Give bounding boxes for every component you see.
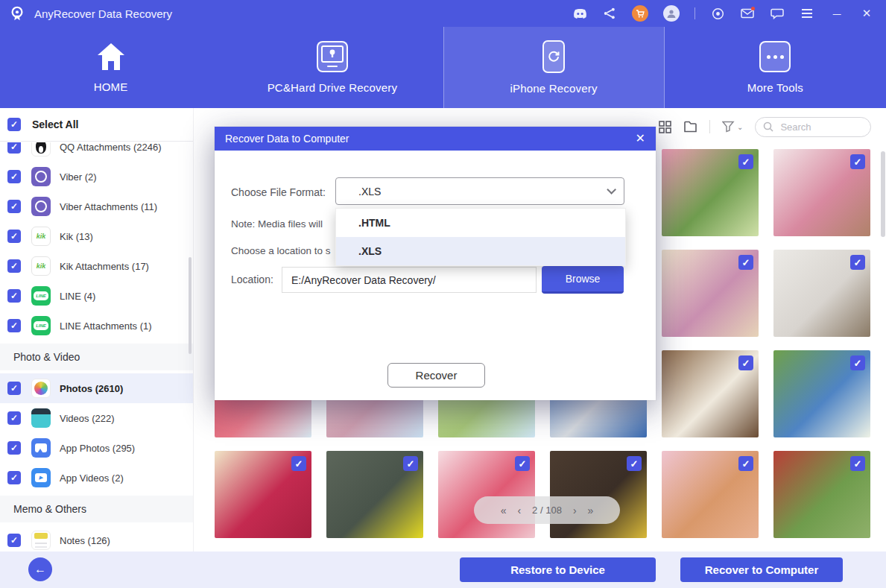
dropdown-option[interactable]: .HTML: [336, 209, 625, 237]
discord-icon[interactable]: [572, 6, 587, 21]
recover-button[interactable]: Recover: [387, 363, 485, 388]
cart-icon[interactable]: [632, 5, 648, 22]
item-checkbox[interactable]: [7, 411, 21, 425]
share-icon[interactable]: [602, 6, 617, 21]
sidebar-item-line-attachments[interactable]: LINELINE Attachments (1): [0, 311, 193, 341]
back-button[interactable]: ←: [28, 557, 52, 581]
photo-tile[interactable]: [773, 250, 870, 337]
kik-icon: kik: [31, 256, 51, 276]
photo-checkbox[interactable]: [738, 355, 753, 370]
restore-to-device-button[interactable]: Restore to Device: [460, 557, 656, 582]
tab-home[interactable]: HOME: [0, 27, 221, 108]
photo-checkbox[interactable]: [850, 355, 865, 370]
iphone-refresh-icon: [542, 40, 565, 73]
item-checkbox[interactable]: [7, 289, 21, 303]
back-arrow-icon: ←: [34, 563, 46, 576]
sidebar-item-app-photos[interactable]: App Photos (295): [0, 433, 193, 463]
photo-checkbox[interactable]: [627, 456, 642, 471]
title-bar: AnyRecover Data Recovery: [0, 0, 886, 27]
sidebar-item-label: Kik Attachments (17): [60, 261, 149, 272]
main-nav-tabs: HOME PC&Hard Drive Recovery iPhone Recov…: [0, 27, 886, 108]
sidebar-item-viber[interactable]: Viber (2): [0, 162, 193, 192]
search-icon: [763, 121, 773, 132]
photo-checkbox[interactable]: [403, 456, 418, 471]
sidebar-item-viber-attachments[interactable]: Viber Attachments (11): [0, 192, 193, 221]
sidebar-item-kik-attachments[interactable]: kikKik Attachments (17): [0, 251, 193, 281]
sidebar-item-label: App Photos (295): [60, 443, 135, 454]
photo-checkbox[interactable]: [738, 154, 753, 169]
photo-checkbox[interactable]: [291, 456, 306, 471]
recover-to-computer-button[interactable]: Recover to Computer: [680, 557, 843, 582]
browse-button[interactable]: Browse: [542, 266, 624, 294]
sidebar-item-label: Viber Attachments (11): [60, 201, 157, 212]
file-format-select[interactable]: .XLS: [335, 177, 624, 205]
search-input[interactable]: [779, 121, 853, 133]
filter-icon[interactable]: ⌄: [722, 121, 743, 133]
sidebar-item-line[interactable]: LINELINE (4): [0, 281, 193, 311]
item-checkbox[interactable]: [7, 471, 21, 484]
dialog-close-icon[interactable]: ✕: [636, 133, 645, 145]
sidebar-item-photos[interactable]: Photos (2610): [0, 373, 193, 403]
photo-tile[interactable]: [550, 451, 647, 538]
select-all-checkbox[interactable]: [7, 118, 21, 131]
dropdown-option[interactable]: .XLS: [336, 237, 625, 265]
item-checkbox[interactable]: [7, 382, 21, 395]
first-page-button[interactable]: «: [501, 505, 507, 516]
sidebar-section-header: Memo & Others: [0, 496, 193, 522]
avatar-icon[interactable]: [663, 5, 680, 22]
photo-checkbox[interactable]: [738, 456, 753, 471]
photo-checkbox[interactable]: [738, 255, 753, 270]
photo-tile[interactable]: [773, 451, 870, 538]
minimize-icon[interactable]: ─: [829, 6, 844, 21]
photo-checkbox[interactable]: [850, 154, 865, 169]
sidebar-item-qq-attachments[interactable]: QQ Attachments (2246): [0, 142, 193, 162]
dialog-title: Recover Data to Computer: [225, 133, 349, 145]
support-icon[interactable]: [710, 6, 725, 21]
photo-checkbox[interactable]: [850, 255, 865, 270]
photo-tile[interactable]: [215, 451, 311, 538]
photo-tile[interactable]: [773, 350, 870, 437]
viber-icon: [31, 197, 51, 216]
photo-checkbox[interactable]: [515, 456, 530, 471]
content-scrollbar[interactable]: [881, 151, 885, 237]
file-view-icon[interactable]: [683, 121, 697, 133]
sidebar-scrollbar[interactable]: [189, 257, 192, 354]
sidebar-item-app-videos[interactable]: ▶App Videos (2): [0, 463, 193, 493]
select-all-row[interactable]: Select All: [0, 108, 193, 142]
tab-pc-hard-drive-recovery[interactable]: PC&Hard Drive Recovery: [221, 27, 443, 108]
photo-checkbox[interactable]: [850, 456, 865, 471]
sidebar-item-notes[interactable]: Notes (126): [0, 525, 193, 551]
last-page-button[interactable]: »: [588, 505, 594, 516]
mail-icon[interactable]: [740, 6, 755, 21]
photo-tile[interactable]: [438, 451, 535, 538]
item-checkbox[interactable]: [7, 142, 21, 154]
sidebar-item-label: Kik (13): [60, 231, 93, 242]
next-page-button[interactable]: ›: [573, 505, 577, 516]
sidebar-item-videos[interactable]: Videos (222): [0, 403, 193, 433]
item-checkbox[interactable]: [7, 259, 21, 273]
item-checkbox[interactable]: [7, 441, 21, 455]
more-tools-icon: [759, 41, 791, 72]
photo-tile[interactable]: [662, 451, 759, 538]
location-input[interactable]: [282, 267, 537, 293]
photo-tile[interactable]: [662, 350, 759, 437]
tab-more-tools[interactable]: More Tools: [665, 27, 886, 108]
item-checkbox[interactable]: [7, 230, 21, 243]
photo-tile[interactable]: [326, 451, 423, 538]
toolbar-divider: [709, 120, 710, 133]
item-checkbox[interactable]: [7, 200, 21, 213]
search-box[interactable]: [755, 117, 871, 137]
item-checkbox[interactable]: [7, 170, 21, 183]
item-checkbox[interactable]: [7, 534, 21, 547]
prev-page-button[interactable]: ‹: [517, 505, 521, 516]
grid-view-icon[interactable]: [659, 121, 671, 133]
menu-icon[interactable]: [800, 6, 814, 21]
sidebar-item-kik[interactable]: kikKik (13): [0, 221, 193, 251]
item-checkbox[interactable]: [7, 319, 21, 332]
photo-tile[interactable]: [662, 149, 759, 236]
photo-tile[interactable]: [662, 250, 759, 337]
close-icon[interactable]: ✕: [859, 6, 874, 21]
tab-iphone-recovery[interactable]: iPhone Recovery: [443, 27, 665, 108]
photo-tile[interactable]: [773, 149, 870, 236]
chat-icon[interactable]: [770, 6, 785, 21]
